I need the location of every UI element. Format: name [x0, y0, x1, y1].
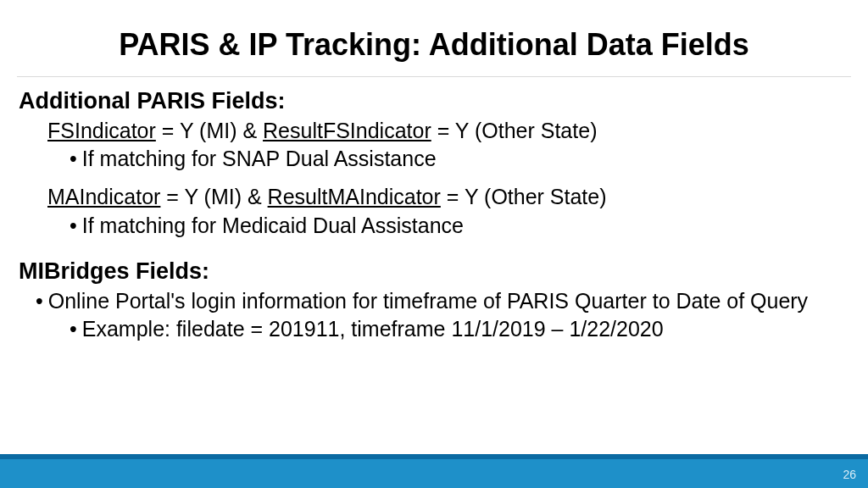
ma-field-line: MAIndicator = Y (MI) & ResultMAIndicator… [47, 184, 849, 210]
ma-indicator-1: MAIndicator [47, 185, 160, 208]
page-number: 26 [843, 468, 856, 481]
mibridges-example: • Example: filedate = 201911, timeframe … [70, 316, 849, 342]
fs-field-line: FSIndicator = Y (MI) & ResultFSIndicator… [47, 118, 849, 144]
mibridges-bullet-text: Online Portal's login information for ti… [48, 288, 808, 314]
fs-indicator-1: FSIndicator [47, 119, 156, 142]
fs-sub-bullet: • If matching for SNAP Dual Assistance [70, 146, 849, 172]
bullet-dot-icon: • [70, 316, 77, 342]
mibridges-heading: MIBridges Fields: [19, 258, 849, 286]
mibridges-example-text: Example: filedate = 201911, timeframe 11… [82, 316, 664, 342]
mibridges-bullet: • Online Portal's login information for … [36, 288, 849, 314]
ma-sub-bullet: • If matching for Medicaid Dual Assistan… [70, 213, 849, 239]
bullet-dot-icon: • [70, 146, 77, 172]
bullet-dot-icon: • [36, 288, 43, 314]
fs-sub-text: If matching for SNAP Dual Assistance [82, 146, 437, 172]
fs-indicator-2: ResultFSIndicator [263, 119, 431, 142]
fs-mid: = Y (MI) & [156, 119, 263, 142]
bullet-dot-icon: • [70, 213, 77, 239]
ma-sub-text: If matching for Medicaid Dual Assistance [82, 213, 464, 239]
slide-title: PARIS & IP Tracking: Additional Data Fie… [0, 0, 868, 69]
slide: PARIS & IP Tracking: Additional Data Fie… [0, 0, 868, 488]
footer-bar: 26 [0, 459, 868, 488]
title-divider [17, 76, 851, 77]
ma-indicator-2: ResultMAIndicator [268, 185, 441, 208]
fs-tail: = Y (Other State) [431, 119, 598, 142]
slide-body: Additional PARIS Fields: FSIndicator = Y… [0, 87, 868, 342]
ma-tail: = Y (Other State) [441, 185, 607, 208]
paris-heading: Additional PARIS Fields: [19, 87, 849, 116]
ma-mid: = Y (MI) & [160, 185, 267, 208]
